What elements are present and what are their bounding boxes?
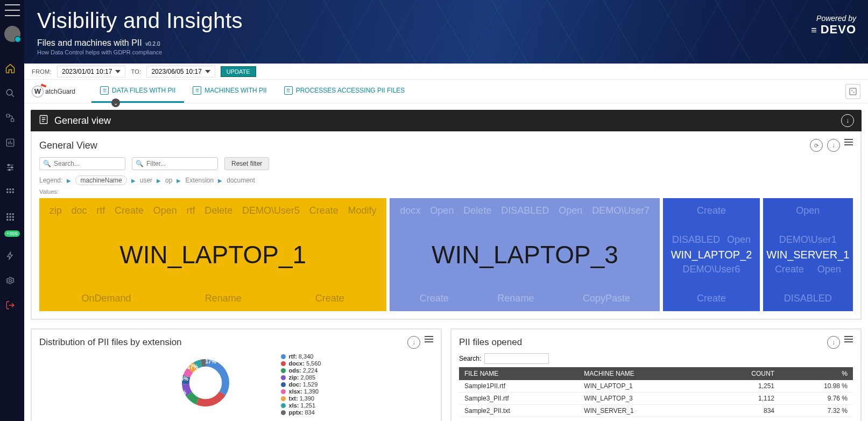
pct-label: 17%	[224, 364, 235, 370]
chevron-down-icon	[115, 70, 121, 73]
treemap-block[interactable]: zipdocrtfCreateOpenrtfDeleteDEMO\User5Cr…	[39, 198, 386, 311]
table-cell: 834	[708, 405, 780, 417]
from-label: FROM:	[32, 68, 52, 75]
distribution-card: Distribution of PII files by extension ↓…	[31, 328, 442, 421]
legend-item[interactable]: txt: 1,390	[281, 395, 321, 402]
logout-icon[interactable]	[4, 299, 16, 311]
legend-item[interactable]: ods: 2,224	[281, 367, 321, 374]
to-label: TO:	[131, 68, 141, 75]
user-avatar[interactable]	[4, 26, 20, 42]
svg-rect-15	[12, 213, 14, 215]
reset-filter-button[interactable]: Reset filter	[224, 157, 269, 170]
donut-chart[interactable]: 17% 4.75% 17% 5.29% 4.76% 3.17%	[152, 353, 259, 412]
col-count[interactable]: COUNT	[708, 367, 780, 380]
filter-input[interactable]	[132, 157, 218, 170]
hamburger-menu-button[interactable]	[5, 4, 20, 16]
filter-field[interactable]: 🔍	[132, 157, 218, 170]
legend-item[interactable]: rtf: 8,340	[281, 353, 321, 360]
pct-label: 4.75%	[232, 384, 248, 390]
legend-chip-machinename[interactable]: machineName	[75, 176, 126, 185]
treemap-chart: zipdocrtfCreateOpenrtfDeleteDEMO\User5Cr…	[39, 198, 853, 311]
panel-menu-icon[interactable]	[844, 336, 853, 349]
pct-label: 5.29%	[171, 390, 186, 396]
search-input[interactable]	[39, 157, 125, 170]
svg-rect-10	[7, 192, 9, 193]
svg-point-0	[7, 89, 13, 95]
treemap-block[interactable]: OpenDEMO\User1CreateOpenDISABLEDWIN_SERV…	[763, 198, 853, 311]
legend-chip-document[interactable]: document	[227, 177, 255, 184]
gear-icon[interactable]	[4, 275, 16, 286]
tab-data-files[interactable]: ☰DATA FILES WITH PII	[91, 80, 184, 103]
legend-item[interactable]: xlsx: 1,390	[281, 388, 321, 395]
chart-icon[interactable]	[4, 137, 16, 149]
treemap-block[interactable]: docxOpenDeleteDISABLEDOpenDEMO\User7Crea…	[390, 198, 660, 311]
distribution-title: Distribution of PII files by extension	[39, 337, 182, 348]
legend-text: txt: 1,390	[289, 395, 315, 402]
to-date-picker[interactable]: 2023/06/05 10:17	[146, 66, 215, 78]
download-icon[interactable]: ↓	[841, 114, 854, 127]
notification-badge[interactable]: +999	[4, 230, 19, 237]
list-icon: ☰	[100, 86, 109, 95]
legend-item[interactable]: zip: 2,085	[281, 374, 321, 381]
tab-processes[interactable]: ☰PROCESSES ACCESSING PII FILES	[276, 80, 414, 103]
home-icon[interactable]	[4, 62, 16, 74]
svg-rect-16	[7, 216, 9, 218]
legend-chip-user[interactable]: user	[140, 177, 152, 184]
table-cell: 1,251	[708, 380, 780, 392]
legend-dot-icon	[281, 375, 286, 380]
legend-item[interactable]: xls: 1,251	[281, 402, 321, 409]
table-row[interactable]: Sample1PII.rtfWIN_LAPTOP_11,25110.98 %	[459, 380, 853, 392]
page-title: Visibility and Insights	[37, 9, 855, 33]
svg-point-4	[8, 164, 10, 166]
search-icon[interactable]	[4, 87, 16, 99]
legend-dot-icon	[281, 403, 286, 408]
svg-point-6	[9, 169, 10, 171]
doc-icon	[38, 114, 49, 128]
svg-rect-8	[10, 188, 11, 190]
col-machinename[interactable]: MACHINE NAME	[578, 367, 708, 380]
legend-text: xls: 1,251	[289, 402, 316, 409]
search-label: Search:	[459, 355, 481, 362]
treemap-label: WIN_LAPTOP_1	[119, 240, 306, 269]
from-date-picker[interactable]: 2023/01/01 10:17	[57, 66, 125, 78]
legend-chip-op[interactable]: op	[165, 177, 172, 184]
chevron-right-icon: ▶	[218, 178, 222, 184]
download-icon[interactable]: ↓	[407, 336, 420, 349]
tab-machines[interactable]: ☰MACHINES WITH PII	[184, 80, 275, 103]
bolt-icon[interactable]	[4, 250, 16, 262]
pct-label: 17%	[206, 359, 216, 364]
chevron-down-icon	[205, 70, 210, 73]
apps-icon[interactable]	[4, 211, 16, 223]
legend-item[interactable]: doc: 1,529	[281, 381, 321, 388]
general-view-panel: General View ⟳ ↓ 🔍 🔍	[31, 131, 862, 320]
col-pct[interactable]: %	[780, 367, 853, 380]
sliders-icon[interactable]	[4, 162, 16, 173]
treemap-block[interactable]: CreateDISABLEDOpenDEMO\User6CreateWIN_LA…	[663, 198, 759, 311]
panel-menu-icon[interactable]	[844, 139, 853, 152]
flow-icon[interactable]	[4, 112, 16, 124]
general-view-header: General view ↓	[31, 110, 862, 131]
search-icon: 🔍	[43, 160, 51, 167]
table-row[interactable]: Sample2_PII.txtWIN_SERVER_18347.32 %	[459, 405, 853, 417]
legend-item[interactable]: pptx: 834	[281, 409, 321, 416]
update-button[interactable]: UPDATE	[221, 66, 256, 77]
opened-search-input[interactable]	[484, 353, 549, 364]
search-field[interactable]: 🔍	[39, 157, 125, 170]
devo-bars-icon	[811, 23, 817, 37]
legend-item[interactable]: docx: 5,560	[281, 360, 321, 367]
svg-rect-23	[850, 88, 856, 95]
watchguard-logo: W atchGuard	[32, 86, 75, 97]
svg-rect-19	[7, 219, 9, 221]
legend-chip-extension[interactable]: Extension	[185, 177, 214, 184]
col-filename[interactable]: FILE NAME	[459, 367, 578, 380]
download-icon[interactable]: ↓	[827, 139, 840, 152]
panel-menu-icon[interactable]	[425, 336, 433, 349]
table-row[interactable]: Sample3_PII.rtfWIN_LAPTOP_31,1129.76 %	[459, 392, 853, 405]
tab-marker-icon[interactable]: ⌄	[111, 99, 120, 107]
fullscreen-icon[interactable]	[845, 84, 860, 99]
legend-row: Legend: ▶ machineName ▶ user ▶ op ▶ Exte…	[39, 176, 853, 185]
legend-dot-icon	[281, 389, 286, 394]
refresh-icon[interactable]: ⟳	[810, 139, 823, 152]
download-icon[interactable]: ↓	[827, 336, 840, 349]
grid-icon[interactable]	[4, 186, 16, 198]
